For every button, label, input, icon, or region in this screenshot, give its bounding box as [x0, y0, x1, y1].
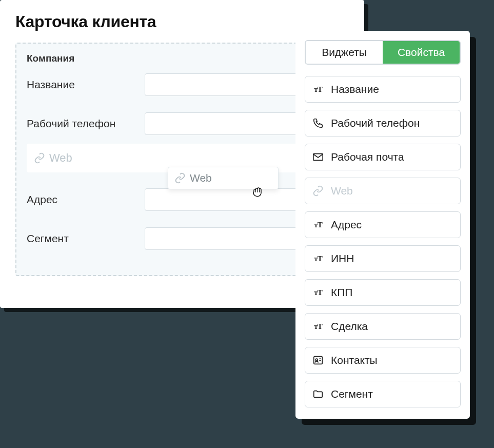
- prop-item-segment[interactable]: Сегмент: [305, 381, 461, 407]
- prop-label: Web: [331, 185, 353, 197]
- phone-icon: [312, 118, 324, 129]
- prop-item-inn[interactable]: тT ИНН: [305, 245, 461, 272]
- prop-item-contacts[interactable]: Контакты: [305, 347, 461, 374]
- tab-widgets[interactable]: Виджеты: [306, 41, 383, 64]
- ghost-label: Web: [34, 151, 72, 165]
- page-title: Карточка клиента: [15, 12, 349, 31]
- field-label: Название: [27, 79, 145, 91]
- prop-label: Рабочий телефон: [331, 117, 420, 129]
- properties-list: тT Название Рабочий телефон Рабочая почт…: [305, 76, 461, 407]
- text-icon: тT: [312, 219, 324, 230]
- prop-item-name[interactable]: тT Название: [305, 76, 461, 103]
- prop-label: Адрес: [331, 219, 362, 231]
- prop-label: Рабочая почта: [331, 151, 404, 163]
- field-row-address: Адрес: [27, 188, 338, 211]
- prop-label: КПП: [331, 286, 352, 299]
- prop-label: ИНН: [331, 252, 354, 265]
- mail-icon: [312, 151, 324, 163]
- folder-icon: [312, 388, 324, 400]
- prop-item-web[interactable]: Web: [305, 178, 461, 204]
- properties-panel: Виджеты Свойства тT Название Рабочий тел…: [295, 31, 470, 419]
- prop-item-kpp[interactable]: тT КПП: [305, 279, 461, 306]
- svg-rect-4: [314, 357, 323, 364]
- svg-point-5: [315, 359, 318, 361]
- text-icon: тT: [312, 287, 324, 298]
- prop-item-address[interactable]: тT Адрес: [305, 211, 461, 238]
- prop-item-phone[interactable]: Рабочий телефон: [305, 110, 461, 137]
- section-label-company: Компания: [27, 53, 338, 64]
- prop-label: Сделка: [331, 320, 368, 333]
- prop-item-deal[interactable]: тT Сделка: [305, 313, 461, 340]
- tab-group: Виджеты Свойства: [305, 40, 461, 65]
- prop-label: Контакты: [331, 354, 378, 366]
- field-label: Адрес: [27, 193, 145, 206]
- field-label: Рабочий телефон: [27, 118, 145, 130]
- field-row-name: Название: [27, 73, 338, 96]
- dragging-label: Web: [190, 172, 212, 184]
- ghost-text: Web: [49, 151, 72, 165]
- grab-cursor-icon: [250, 184, 265, 199]
- contact-card-icon: [312, 355, 324, 366]
- link-icon: [312, 185, 324, 197]
- prop-label: Название: [331, 83, 379, 95]
- prop-label: Сегмент: [331, 388, 373, 400]
- field-row-segment: Сегмент: [27, 227, 338, 250]
- field-label: Сегмент: [27, 232, 145, 245]
- prop-item-email[interactable]: Рабочая почта: [305, 144, 461, 170]
- tab-properties[interactable]: Свойства: [383, 41, 460, 64]
- text-icon: тT: [312, 253, 324, 264]
- text-icon: тT: [312, 321, 324, 332]
- link-icon: [174, 172, 186, 184]
- field-row-phone: Рабочий телефон: [27, 112, 338, 135]
- text-icon: тT: [312, 84, 324, 95]
- link-icon: [34, 152, 45, 164]
